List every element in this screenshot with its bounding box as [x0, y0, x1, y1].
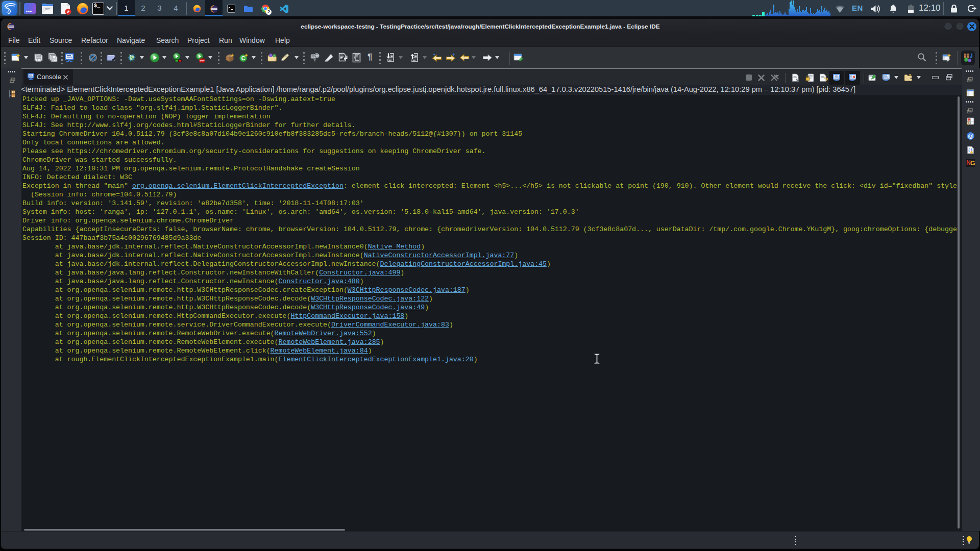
svg-text:J: J	[970, 53, 972, 59]
svg-text:⚠: ⚠	[967, 122, 970, 125]
svg-text:C: C	[241, 55, 246, 61]
